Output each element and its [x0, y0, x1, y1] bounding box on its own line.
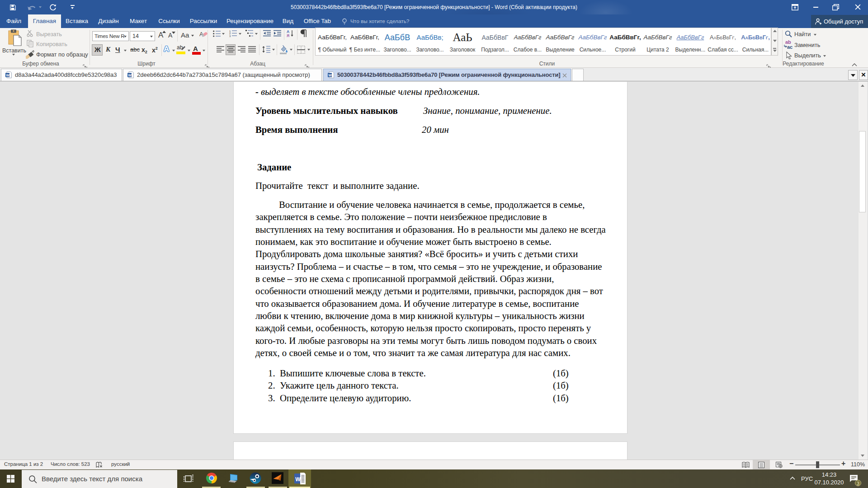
svg-text:W: W: [128, 73, 132, 77]
svg-text:Я: Я: [287, 33, 289, 38]
svg-text:3: 3: [229, 35, 231, 38]
svg-text:W: W: [295, 476, 301, 483]
svg-text:W: W: [328, 73, 332, 77]
svg-text:W: W: [6, 73, 9, 77]
